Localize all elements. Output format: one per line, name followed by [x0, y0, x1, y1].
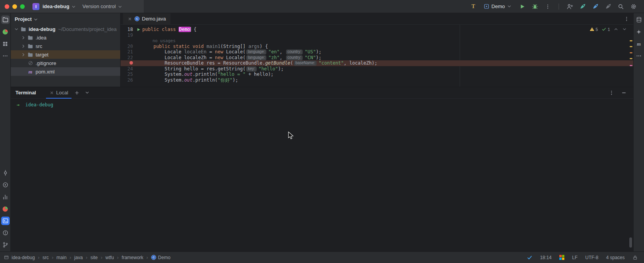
- tree-item-idea-debug[interactable]: idea-debug~/Documents/project_idea: [11, 25, 120, 33]
- terminal-scrollbar[interactable]: [629, 237, 632, 248]
- breadcrumb-Demo[interactable]: CDemo: [151, 255, 170, 260]
- line-number[interactable]: 24: [121, 66, 135, 72]
- debug-button[interactable]: [530, 2, 540, 12]
- rebel-icon[interactable]: [1, 27, 10, 36]
- parameter-hint[interactable]: country:: [286, 50, 303, 55]
- warnings-indicator[interactable]: 5: [589, 27, 598, 32]
- version-control-menu[interactable]: Version control: [82, 3, 116, 9]
- code-line[interactable]: 18public class Demo {: [121, 27, 633, 32]
- code-line[interactable]: 20 public static void main1(String[] arg…: [121, 44, 633, 50]
- code-line[interactable]: 25 System.out.println("hello = " + hello…: [121, 72, 633, 77]
- rebel-debug-icon[interactable]: [1, 205, 10, 213]
- structure-icon[interactable]: [1, 39, 10, 48]
- line-number[interactable]: 21: [121, 49, 135, 55]
- line-separator[interactable]: LF: [572, 255, 578, 260]
- chevron-down-icon[interactable]: [13, 27, 19, 32]
- rebel-disabled-button[interactable]: [603, 2, 613, 12]
- more-horizontal-icon[interactable]: [635, 51, 643, 60]
- tree-item--idea[interactable]: .idea: [11, 33, 120, 42]
- passed-indicator[interactable]: 1: [601, 27, 610, 32]
- tree-item-pom-xml[interactable]: mpom.xml: [11, 67, 120, 76]
- line-number[interactable]: 20: [121, 44, 135, 50]
- chevron-right-icon[interactable]: [20, 44, 26, 49]
- line-number[interactable]: 26: [121, 77, 135, 83]
- tree-item-src[interactable]: src: [11, 42, 120, 50]
- profiler-icon[interactable]: [1, 193, 10, 201]
- chevron-right-icon[interactable]: [20, 35, 26, 40]
- git-branch-icon[interactable]: [1, 241, 10, 249]
- commit-icon[interactable]: [1, 169, 10, 177]
- breadcrumb-site[interactable]: site: [90, 255, 98, 260]
- next-problem-icon[interactable]: [622, 27, 627, 32]
- tree-item--gitignore[interactable]: .gitignore: [11, 59, 120, 67]
- line-number[interactable]: [121, 38, 135, 44]
- code-editor[interactable]: 18public class Demo {19 no usages20 publ…: [121, 25, 633, 87]
- close-tab-icon[interactable]: [128, 17, 132, 21]
- settings-button[interactable]: [629, 2, 639, 12]
- tree-item-target[interactable]: target: [11, 50, 120, 59]
- code-line[interactable]: 26 System.out.println("你好");: [121, 77, 633, 83]
- ai-assistant-icon[interactable]: [635, 27, 643, 36]
- breadcrumb-idea-debug[interactable]: idea-debug: [12, 255, 35, 260]
- project-panel-header[interactable]: Project: [11, 13, 120, 25]
- run-gutter-icon[interactable]: [135, 27, 142, 32]
- usages-hint[interactable]: no usages: [142, 38, 175, 43]
- parameter-hint[interactable]: baseName:: [294, 61, 317, 66]
- code-line[interactable]: ResourceBundle res = ResourceBundle.getB…: [121, 60, 633, 66]
- tab-demo-java[interactable]: C Demo.java: [123, 13, 170, 24]
- line-number[interactable]: 22: [121, 55, 135, 61]
- parameter-hint[interactable]: language:: [246, 55, 266, 60]
- services-icon[interactable]: [1, 181, 10, 189]
- status-check-icon[interactable]: [527, 255, 532, 260]
- parameter-hint[interactable]: key:: [246, 67, 256, 72]
- search-everywhere-button[interactable]: [616, 2, 626, 12]
- code-with-me-button[interactable]: [565, 2, 575, 12]
- terminal-icon[interactable]: [1, 217, 10, 225]
- terminal-options-icon[interactable]: [607, 88, 616, 97]
- run-button[interactable]: [517, 2, 527, 12]
- zoom-window-button[interactable]: [20, 4, 25, 9]
- more-actions-button[interactable]: [543, 2, 553, 12]
- terminal-dropdown-icon[interactable]: [82, 88, 92, 97]
- hide-terminal-button[interactable]: [619, 88, 629, 97]
- code-line[interactable]: 22 Locale localeZh = new Locale(language…: [121, 55, 633, 61]
- breadcrumb-main[interactable]: main: [56, 255, 66, 260]
- project-menu[interactable]: idea-debug: [43, 3, 69, 9]
- breadcrumb-framework[interactable]: framework: [122, 255, 143, 260]
- prev-problem-icon[interactable]: [613, 27, 618, 32]
- line-number[interactable]: 25: [121, 72, 135, 77]
- new-terminal-button[interactable]: [72, 88, 82, 97]
- minimize-window-button[interactable]: [12, 4, 17, 9]
- scroll-marks[interactable]: [630, 25, 632, 87]
- breadcrumb-java[interactable]: java: [74, 255, 83, 260]
- terminal-output[interactable]: → idea-debug: [11, 99, 633, 251]
- line-number[interactable]: 19: [121, 32, 135, 38]
- more-horizontal-icon[interactable]: [1, 51, 10, 60]
- database-icon[interactable]: [635, 15, 643, 24]
- close-window-button[interactable]: [5, 4, 9, 9]
- tab-options-icon[interactable]: [624, 16, 629, 22]
- maven-icon[interactable]: m: [635, 39, 643, 48]
- caret-position[interactable]: 18:14: [540, 255, 552, 260]
- rebel-run-button[interactable]: [578, 2, 588, 12]
- breadcrumb-src[interactable]: src: [43, 255, 49, 260]
- project-folder-icon[interactable]: [1, 15, 10, 24]
- code-line[interactable]: 24 String hello = res.getString(key:"hel…: [121, 66, 633, 72]
- terminal-title[interactable]: Terminal: [15, 90, 36, 96]
- problems-icon[interactable]: [1, 229, 10, 237]
- run-configuration-widget[interactable]: Demo: [481, 2, 515, 10]
- window-icon[interactable]: [4, 255, 9, 260]
- parameter-hint[interactable]: language:: [246, 50, 266, 55]
- code-line[interactable]: no usages: [121, 38, 633, 44]
- line-number[interactable]: 18: [121, 27, 135, 32]
- code-line[interactable]: 19: [121, 32, 633, 38]
- breadcrumb-wtfu[interactable]: wtfu: [106, 255, 114, 260]
- microsoft-logo-icon[interactable]: [559, 255, 564, 260]
- code-line[interactable]: 21 Locale localeEn = new Locale(language…: [121, 49, 633, 55]
- parameter-hint[interactable]: country:: [286, 55, 303, 60]
- terminal-tab-local[interactable]: Local: [46, 87, 72, 98]
- chevron-right-icon[interactable]: [20, 52, 26, 57]
- breakpoint-icon[interactable]: [121, 60, 135, 66]
- close-tab-icon[interactable]: [49, 91, 54, 95]
- rebel-sync-button[interactable]: [590, 2, 600, 12]
